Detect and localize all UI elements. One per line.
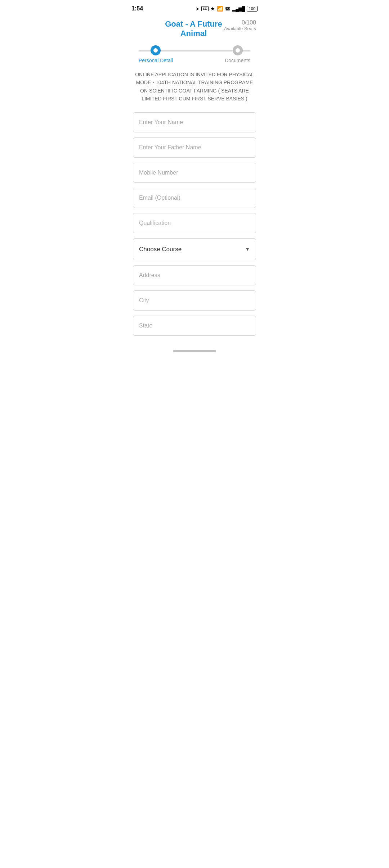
email-input[interactable]	[133, 188, 256, 208]
status-time: 1:54	[131, 5, 143, 12]
battery-icon: 100	[247, 6, 258, 12]
seats-info: 0/100 Available Seats	[224, 19, 256, 31]
name-input[interactable]	[133, 112, 256, 132]
step-1[interactable]: Personal Detail	[139, 45, 173, 63]
wifi-icon: 📶	[217, 6, 223, 12]
step-2[interactable]: Documents	[225, 45, 250, 63]
notice-text: ONLINE APPLICATION IS INVITED FOR PHYSIC…	[124, 65, 265, 109]
address-input[interactable]	[133, 265, 256, 285]
app-title: Goat - A Future Animal	[165, 19, 222, 38]
step-2-label: Documents	[225, 58, 250, 63]
data-icon: SD	[201, 6, 209, 11]
location-icon: ➤	[196, 6, 200, 12]
step-2-circle	[233, 45, 243, 55]
form-container: Choose Course ▼	[124, 109, 265, 347]
bluetooth-icon: ★	[210, 6, 215, 12]
course-dropdown-wrapper[interactable]: Choose Course ▼	[133, 238, 256, 260]
qualification-input[interactable]	[133, 213, 256, 233]
home-indicator	[124, 347, 265, 359]
header: Goat - A Future Animal 0/100 Available S…	[124, 16, 265, 42]
seats-label: Available Seats	[224, 26, 256, 31]
status-icons: ➤ SD ★ 📶 ☎ ▂▄▆█ 100	[196, 6, 258, 12]
call-icon: ☎	[225, 6, 231, 12]
course-select[interactable]: Choose Course	[133, 239, 256, 260]
home-bar	[173, 350, 216, 352]
progress-section: Personal Detail Documents	[124, 42, 265, 65]
step-2-inner	[236, 48, 240, 53]
mobile-input[interactable]	[133, 163, 256, 183]
status-bar: 1:54 ➤ SD ★ 📶 ☎ ▂▄▆█ 100	[124, 0, 265, 16]
state-input[interactable]	[133, 316, 256, 336]
father-name-input[interactable]	[133, 137, 256, 158]
step-1-inner	[153, 48, 158, 53]
step-1-label: Personal Detail	[139, 58, 173, 63]
step-wrapper: Personal Detail Documents	[139, 45, 250, 63]
signal-icon: ▂▄▆█	[232, 6, 245, 12]
seats-count: 0/100	[224, 19, 256, 26]
step-1-circle	[151, 45, 161, 55]
city-input[interactable]	[133, 290, 256, 311]
